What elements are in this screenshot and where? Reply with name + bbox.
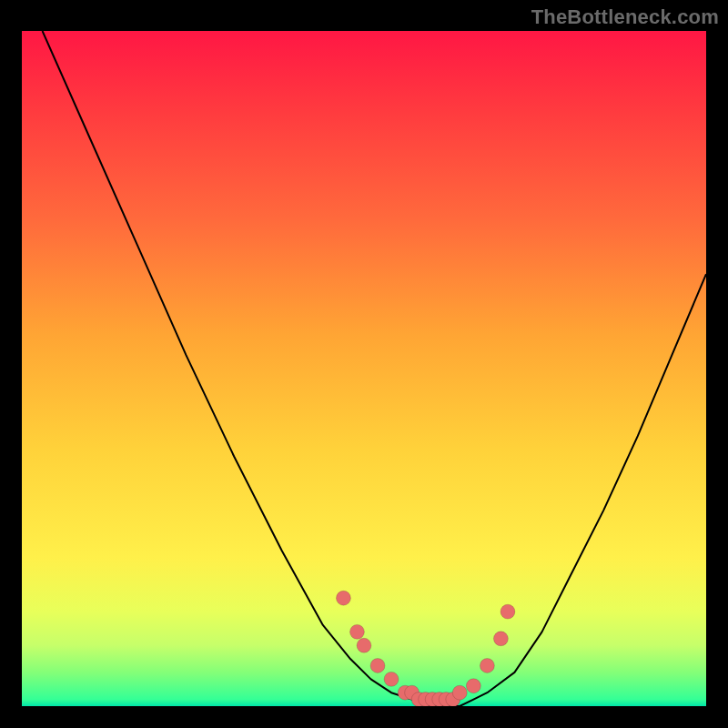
marker-dot [357, 638, 371, 652]
chart-svg [22, 31, 706, 706]
marker-dots-group [336, 591, 514, 706]
chart-frame: TheBottleneck.com [0, 0, 728, 728]
watermark-text: TheBottleneck.com [531, 5, 719, 29]
marker-dot [370, 658, 385, 672]
marker-dot [493, 632, 508, 646]
marker-dot [466, 679, 480, 693]
marker-dot [500, 604, 515, 619]
plot-area [20, 29, 708, 708]
marker-dot [349, 624, 364, 639]
marker-dot [336, 591, 350, 605]
marker-dot [384, 672, 399, 686]
marker-dot [452, 685, 467, 700]
bottleneck-curve [43, 31, 706, 706]
marker-dot [480, 658, 494, 672]
